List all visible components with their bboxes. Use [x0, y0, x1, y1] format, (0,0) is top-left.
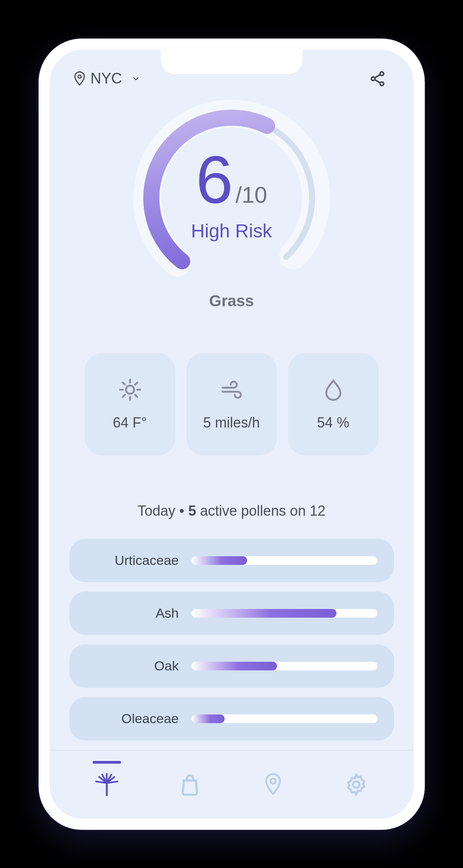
- pollen-bar: [192, 714, 377, 723]
- pollen-summary: Today • 5 active pollens on 12: [50, 503, 414, 519]
- tab-settings[interactable]: [333, 761, 380, 797]
- svg-point-2: [371, 77, 375, 80]
- temp-value: 64 F°: [113, 415, 147, 431]
- bag-icon: [178, 772, 202, 797]
- chevron-down-icon: [132, 74, 140, 83]
- svg-point-7: [131, 98, 332, 298]
- svg-line-15: [135, 394, 137, 396]
- pollen-list: UrticaceaeAshOakOleaceae: [69, 539, 394, 740]
- location-label: NYC: [91, 70, 122, 87]
- humidity-value: 54 %: [317, 415, 349, 431]
- svg-line-17: [135, 382, 137, 384]
- weather-humidity-card[interactable]: 54 %: [288, 353, 379, 455]
- gear-icon: [344, 772, 368, 797]
- pollen-row[interactable]: Urticaceae: [69, 539, 394, 582]
- svg-point-8: [131, 98, 332, 298]
- sun-icon: [118, 378, 142, 402]
- svg-line-14: [123, 382, 125, 384]
- pollen-fill: [192, 609, 337, 618]
- pollen-name: Oak: [69, 658, 192, 674]
- device-notch: [161, 50, 303, 74]
- risk-gauge: 6 /10 High Risk Grass: [50, 98, 414, 310]
- pollen-bar: [192, 556, 377, 565]
- tab-pollen[interactable]: [83, 761, 130, 797]
- pollen-bar: [192, 609, 377, 618]
- wind-icon: [219, 378, 244, 402]
- svg-point-26: [270, 778, 275, 783]
- tab-location[interactable]: [249, 761, 297, 797]
- svg-line-16: [123, 394, 125, 396]
- pollen-name: Urticaceae: [69, 553, 192, 568]
- gauge-category: Grass: [209, 292, 254, 310]
- location-pin-icon: [73, 71, 86, 86]
- map-pin-icon: [261, 772, 285, 797]
- tab-shop[interactable]: [166, 761, 214, 797]
- share-button[interactable]: [369, 70, 386, 87]
- svg-point-0: [78, 75, 81, 78]
- weather-temp-card[interactable]: 64 F°: [85, 353, 175, 455]
- pollen-fill: [192, 662, 277, 670]
- pollen-row[interactable]: Oak: [69, 644, 394, 688]
- svg-point-1: [380, 72, 383, 75]
- pollen-row[interactable]: Oleaceae: [69, 697, 394, 740]
- droplet-icon: [321, 378, 346, 402]
- summary-count: 5: [188, 503, 196, 519]
- svg-point-6: [131, 98, 332, 298]
- weather-row: 64 F° 5 miles/h 54 %: [50, 353, 414, 455]
- app-screen: NYC: [50, 50, 414, 819]
- pollen-name: Ash: [69, 605, 192, 621]
- summary-suffix: active pollens on 12: [196, 503, 325, 519]
- weather-wind-card[interactable]: 5 miles/h: [186, 353, 277, 455]
- svg-point-3: [380, 82, 383, 85]
- tab-bar: [50, 750, 414, 819]
- pollen-fill: [192, 714, 225, 723]
- wind-value: 5 miles/h: [203, 415, 260, 431]
- pollen-name: Oleaceae: [69, 711, 192, 726]
- svg-point-9: [126, 385, 134, 394]
- summary-prefix: Today •: [138, 503, 188, 519]
- dandelion-icon: [95, 772, 119, 797]
- pollen-row[interactable]: Ash: [69, 592, 394, 635]
- pollen-bar: [192, 662, 377, 670]
- pollen-fill: [192, 556, 247, 565]
- location-selector[interactable]: NYC: [73, 70, 140, 87]
- svg-point-27: [353, 781, 360, 788]
- gauge-arc: [131, 98, 332, 298]
- svg-line-4: [375, 74, 380, 78]
- tab-indicator: [93, 761, 121, 764]
- svg-line-5: [375, 80, 380, 83]
- phone-frame: NYC: [39, 39, 425, 830]
